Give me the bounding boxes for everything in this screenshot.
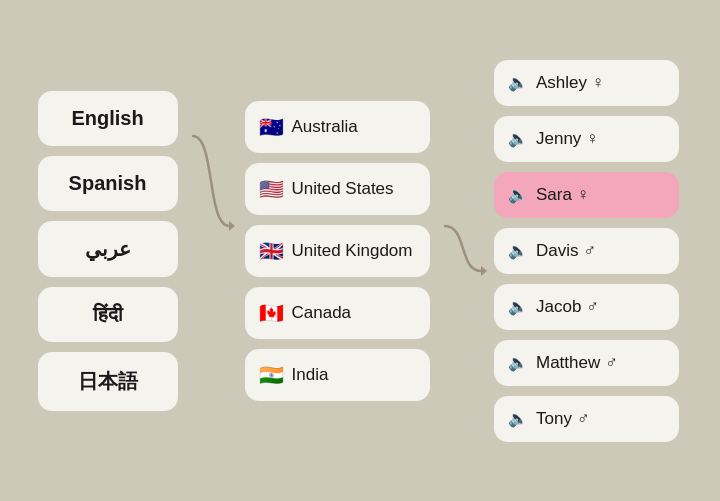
- language-column: English Spanish عربي हिंदी 日本語: [30, 91, 185, 411]
- speaker-icon: 🔈: [508, 73, 528, 92]
- uk-label: United Kingdom: [292, 241, 413, 261]
- svg-marker-1: [481, 266, 487, 276]
- canada-label: Canada: [292, 303, 352, 323]
- canada-flag: 🇨🇦: [259, 301, 284, 325]
- speaker-icon: 🔈: [508, 185, 528, 204]
- india-label: India: [292, 365, 329, 385]
- lang-item-hindi[interactable]: हिंदी: [38, 287, 178, 342]
- tony-label: Tony ♂: [536, 409, 589, 429]
- jacob-label: Jacob ♂: [536, 297, 599, 317]
- speaker-icon: 🔈: [508, 297, 528, 316]
- ashley-label: Ashley ♀: [536, 73, 605, 93]
- australia-label: Australia: [292, 117, 358, 137]
- sara-label: Sara ♀: [536, 185, 589, 205]
- country-item-australia[interactable]: 🇦🇺 Australia: [245, 101, 430, 153]
- speaker-icon: 🔈: [508, 409, 528, 428]
- voice-item-ashley[interactable]: 🔈 Ashley ♀: [494, 60, 679, 106]
- voice-item-sara[interactable]: 🔈 Sara ♀: [494, 172, 679, 218]
- uk-flag: 🇬🇧: [259, 239, 284, 263]
- matthew-label: Matthew ♂: [536, 353, 618, 373]
- speaker-icon: 🔈: [508, 241, 528, 260]
- lang-item-japanese[interactable]: 日本語: [38, 352, 178, 411]
- australia-flag: 🇦🇺: [259, 115, 284, 139]
- voice-item-jacob[interactable]: 🔈 Jacob ♂: [494, 284, 679, 330]
- svg-marker-0: [229, 221, 235, 231]
- voice-item-matthew[interactable]: 🔈 Matthew ♂: [494, 340, 679, 386]
- us-label: United States: [292, 179, 394, 199]
- speaker-icon: 🔈: [508, 353, 528, 372]
- country-item-canada[interactable]: 🇨🇦 Canada: [245, 287, 430, 339]
- india-flag: 🇮🇳: [259, 363, 284, 387]
- speaker-icon: 🔈: [508, 129, 528, 148]
- voice-item-jenny[interactable]: 🔈 Jenny ♀: [494, 116, 679, 162]
- country-column: 🇦🇺 Australia 🇺🇸 United States 🇬🇧 United …: [237, 101, 437, 401]
- davis-label: Davis ♂: [536, 241, 596, 261]
- us-flag: 🇺🇸: [259, 177, 284, 201]
- lang-item-arabic[interactable]: عربي: [38, 221, 178, 277]
- country-item-united-kingdom[interactable]: 🇬🇧 United Kingdom: [245, 225, 430, 277]
- voice-item-tony[interactable]: 🔈 Tony ♂: [494, 396, 679, 442]
- voice-column: 🔈 Ashley ♀ 🔈 Jenny ♀ 🔈 Sara ♀ 🔈 Davis ♂ …: [489, 60, 684, 442]
- country-item-india[interactable]: 🇮🇳 India: [245, 349, 430, 401]
- jenny-label: Jenny ♀: [536, 129, 599, 149]
- lang-item-english[interactable]: English: [38, 91, 178, 146]
- voice-item-davis[interactable]: 🔈 Davis ♂: [494, 228, 679, 274]
- lang-item-spanish[interactable]: Spanish: [38, 156, 178, 211]
- country-item-united-states[interactable]: 🇺🇸 United States: [245, 163, 430, 215]
